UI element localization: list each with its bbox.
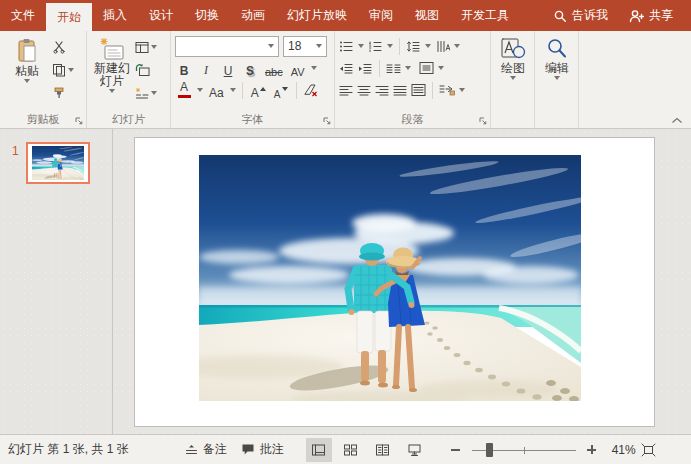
text-direction-button[interactable]: [435, 40, 450, 53]
columns-button[interactable]: [386, 62, 401, 75]
paste-dropdown-arrow: [24, 79, 30, 83]
slide-thumbnail[interactable]: [26, 142, 90, 184]
group-font: 18 B I U S abc AV A Aa A A: [170, 31, 334, 128]
tab-insert[interactable]: 插入: [92, 0, 138, 31]
align-left-button[interactable]: [339, 84, 353, 97]
tab-view[interactable]: 视图: [404, 0, 450, 31]
slide-number: 1: [12, 142, 19, 434]
group-slides: 新建幻灯片: [86, 31, 170, 128]
editing-icon: [544, 37, 570, 61]
slide[interactable]: [134, 137, 655, 427]
bullets-button[interactable]: [339, 40, 354, 53]
group-clipboard: 粘贴: [0, 31, 86, 128]
view-sorter-button[interactable]: [338, 438, 364, 462]
statusbar: 幻灯片 第 1 张, 共 1 张 备注 批注: [0, 434, 691, 464]
underline-button[interactable]: U: [219, 59, 237, 78]
align-center-button[interactable]: [357, 84, 371, 97]
comments-button[interactable]: 批注: [241, 441, 284, 458]
zoom-slider[interactable]: [472, 443, 576, 457]
paste-label: 粘贴: [15, 65, 39, 78]
view-reading-icon: [375, 443, 390, 457]
bold-button[interactable]: B: [175, 59, 193, 78]
editing-label: 编辑: [545, 62, 569, 75]
slide-canvas-area[interactable]: [113, 129, 691, 434]
slide-info: 幻灯片 第 1 张, 共 1 张: [8, 441, 129, 458]
view-reading-button[interactable]: [370, 438, 396, 462]
fit-window-button[interactable]: [638, 438, 660, 462]
line-spacing-button[interactable]: [406, 40, 421, 53]
tab-file[interactable]: 文件: [0, 0, 46, 31]
beach-photo[interactable]: [199, 155, 581, 401]
distribute-button[interactable]: [411, 83, 426, 97]
align-text-button[interactable]: [419, 61, 434, 75]
tab-slideshow[interactable]: 幻灯片放映: [276, 0, 358, 31]
layout-button[interactable]: [133, 37, 159, 57]
slide-thumbnail-panel[interactable]: 1: [0, 129, 113, 434]
justify-button[interactable]: [393, 84, 407, 97]
font-color-button[interactable]: A: [175, 81, 193, 100]
comments-icon: [241, 443, 255, 456]
numbering-button[interactable]: [368, 40, 383, 53]
tell-me-label: 告诉我: [572, 7, 608, 24]
view-slideshow-button[interactable]: [402, 438, 428, 462]
smartart-button[interactable]: [439, 83, 455, 97]
section-button[interactable]: [133, 83, 159, 103]
new-slide-label: 新建幻灯片: [94, 62, 130, 88]
tab-developer[interactable]: 开发工具: [450, 0, 520, 31]
plus-icon: [587, 445, 596, 454]
tab-design[interactable]: 设计: [138, 0, 184, 31]
layout-icon: [135, 41, 149, 54]
tab-transitions[interactable]: 切换: [184, 0, 230, 31]
editing-button[interactable]: 编辑: [539, 35, 575, 80]
tab-home[interactable]: 开始: [46, 3, 92, 31]
paste-button[interactable]: 粘贴: [4, 35, 50, 83]
new-slide-button[interactable]: 新建幻灯片: [91, 35, 133, 93]
zoom-in-button[interactable]: [584, 438, 600, 462]
share-person-icon: [628, 9, 644, 23]
font-group-label: 字体: [171, 112, 334, 127]
share-label: 共享: [649, 7, 673, 24]
font-dialog-launcher[interactable]: [323, 117, 331, 125]
increase-indent-button[interactable]: [358, 62, 373, 75]
paragraph-dialog-launcher[interactable]: [479, 117, 487, 125]
zoom-level[interactable]: 41%: [602, 443, 636, 457]
group-editing: 编辑: [534, 31, 578, 128]
clipboard-dialog-launcher[interactable]: [75, 117, 83, 125]
clear-formatting-button[interactable]: [303, 83, 318, 97]
text-shadow-button[interactable]: S: [241, 59, 259, 78]
tell-me-button[interactable]: 告诉我: [545, 7, 616, 24]
notes-icon: [185, 444, 198, 456]
view-sorter-icon: [343, 443, 358, 457]
cut-button[interactable]: [50, 37, 76, 57]
italic-button[interactable]: I: [197, 59, 215, 78]
drawing-button[interactable]: 绘图: [495, 35, 531, 80]
paste-icon: [14, 37, 40, 64]
format-painter-icon: [52, 86, 66, 100]
zoom-slider-knob[interactable]: [486, 443, 493, 457]
font-size-combo[interactable]: 18: [283, 36, 327, 57]
notes-button[interactable]: 备注: [185, 441, 227, 458]
view-normal-icon: [311, 443, 326, 457]
grow-font-button[interactable]: A: [249, 81, 268, 100]
shrink-font-button[interactable]: A: [272, 81, 290, 100]
change-case-button[interactable]: Aa: [207, 81, 226, 100]
collapse-ribbon-button[interactable]: [671, 117, 683, 124]
share-button[interactable]: 共享: [620, 7, 681, 24]
view-normal-button[interactable]: [306, 438, 332, 462]
tab-review[interactable]: 审阅: [358, 0, 404, 31]
strikethrough-button[interactable]: abc: [263, 59, 285, 78]
copy-button[interactable]: [50, 60, 76, 80]
format-painter-button[interactable]: [50, 83, 76, 103]
reset-button[interactable]: [133, 60, 159, 80]
char-spacing-button[interactable]: AV: [289, 59, 307, 78]
drawing-label: 绘图: [501, 62, 525, 75]
decrease-indent-button[interactable]: [339, 62, 354, 75]
zoom-out-button[interactable]: [448, 438, 464, 462]
slide-thumbnail-photo: [32, 146, 84, 180]
new-slide-dropdown-arrow: [109, 89, 115, 93]
font-name-combo[interactable]: [175, 36, 279, 57]
tab-animations[interactable]: 动画: [230, 0, 276, 31]
align-right-button[interactable]: [375, 84, 389, 97]
view-slideshow-icon: [407, 443, 422, 457]
clipboard-group-label: 剪贴板: [0, 112, 86, 127]
